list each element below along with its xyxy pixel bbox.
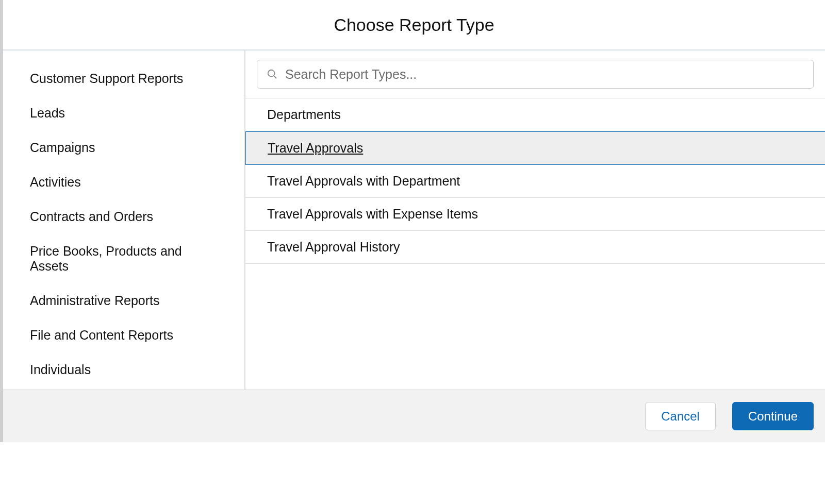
sidebar-item-activities[interactable]: Activities [3, 165, 244, 200]
sidebar-item-label: File and Content Reports [30, 328, 173, 342]
svg-point-0 [268, 70, 275, 77]
search-wrapper [245, 51, 825, 98]
report-type-label: Travel Approval History [267, 240, 400, 254]
choose-report-type-modal: Choose Report Type Customer Support Repo… [0, 0, 825, 442]
sidebar-item-label: Activities [30, 175, 81, 189]
sidebar-item-contracts-and-orders[interactable]: Contracts and Orders [3, 200, 244, 234]
sidebar-item-file-content-reports[interactable]: File and Content Reports [3, 318, 244, 353]
sidebar-item-customer-support-reports[interactable]: Customer Support Reports [3, 62, 244, 96]
sidebar-item-individuals[interactable]: Individuals [3, 353, 244, 388]
cancel-button[interactable]: Cancel [645, 402, 716, 430]
sidebar-item-label: Leads [30, 106, 65, 120]
report-type-item-travel-approvals-expense-items[interactable]: Travel Approvals with Expense Items [245, 198, 825, 231]
category-sidebar: Customer Support Reports Leads Campaigns… [3, 51, 245, 390]
search-input[interactable] [285, 67, 804, 82]
sidebar-item-administrative-reports[interactable]: Administrative Reports [3, 284, 244, 318]
report-type-label: Travel Approvals [268, 141, 363, 155]
sidebar-item-label: Customer Support Reports [30, 71, 183, 86]
search-box[interactable] [257, 60, 814, 89]
report-type-item-travel-approvals[interactable]: Travel Approvals [245, 131, 825, 165]
report-type-item-travel-approval-history[interactable]: Travel Approval History [245, 231, 825, 264]
sidebar-item-label: Price Books, Products and Assets [30, 244, 182, 273]
sidebar-item-label: Contracts and Orders [30, 209, 153, 224]
report-type-item-departments[interactable]: Departments [245, 98, 825, 131]
search-icon [267, 69, 278, 80]
modal-header: Choose Report Type [3, 0, 825, 51]
sidebar-item-label: Administrative Reports [30, 293, 159, 308]
report-type-list: Departments Travel Approvals Travel Appr… [245, 98, 825, 264]
sidebar-item-label: Campaigns [30, 140, 95, 155]
modal-footer: Cancel Continue [3, 390, 825, 442]
svg-line-1 [274, 76, 277, 79]
modal-body: Customer Support Reports Leads Campaigns… [3, 51, 825, 390]
report-type-label: Departments [267, 107, 341, 122]
report-type-label: Travel Approvals with Department [267, 174, 460, 188]
sidebar-item-price-books-products-assets[interactable]: Price Books, Products and Assets [3, 234, 244, 284]
modal-title: Choose Report Type [334, 15, 494, 35]
sidebar-item-campaigns[interactable]: Campaigns [3, 131, 244, 165]
main-panel: Departments Travel Approvals Travel Appr… [245, 51, 825, 390]
report-type-item-travel-approvals-department[interactable]: Travel Approvals with Department [245, 165, 825, 198]
continue-button[interactable]: Continue [732, 402, 814, 430]
report-type-label: Travel Approvals with Expense Items [267, 207, 478, 221]
sidebar-item-leads[interactable]: Leads [3, 96, 244, 131]
sidebar-item-label: Individuals [30, 362, 91, 377]
